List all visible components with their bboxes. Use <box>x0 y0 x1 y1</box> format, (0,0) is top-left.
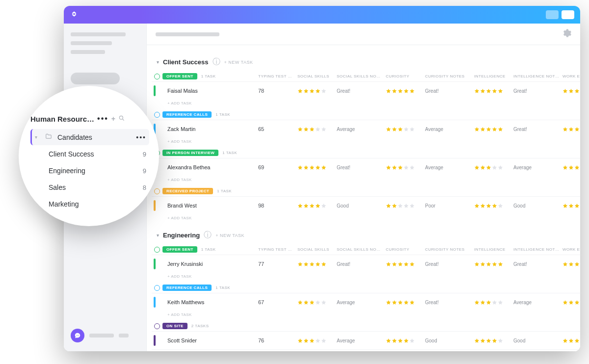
rating-stars <box>297 165 337 170</box>
table-row[interactable]: Brandi West 98 Good Poor Good Avera <box>152 196 580 214</box>
table-row[interactable]: Alex Yurkowski 98 Good Good Good Avera <box>152 349 580 351</box>
status-chip[interactable]: REFERENCE CALLS <box>162 111 212 118</box>
candidate-name: Alexandra Bethea <box>162 164 258 170</box>
search-pill[interactable] <box>71 73 120 84</box>
table-row[interactable]: Jerry Krusinski 77 Great! Great! Great! … <box>152 255 580 273</box>
chevron-down-icon: ▾ <box>35 134 40 140</box>
table-row[interactable]: Faisal Malas 78 Great! Great! Great! Gre… <box>152 81 580 100</box>
svg-point-1 <box>77 335 78 336</box>
status-circle-icon[interactable] <box>154 247 160 253</box>
rating-stars <box>562 261 580 267</box>
note-cell: Average <box>337 338 386 343</box>
note-cell: Average <box>425 127 474 132</box>
task-count: 1 TASK <box>215 112 230 117</box>
note-cell: Great! <box>425 88 474 94</box>
status-bar <box>154 259 156 269</box>
column-header: SOCIAL SKILLS NOTES <box>337 74 386 78</box>
wpm-cell: 78 <box>258 88 297 94</box>
new-task-button[interactable]: + NEW TASK <box>215 233 244 238</box>
sidebar-subitem[interactable]: Sales8 <box>30 180 149 195</box>
status-bar <box>154 335 156 346</box>
list-scroll[interactable]: ▾ Client Success ⓘ + NEW TASK OFFER SENT… <box>147 45 580 351</box>
rating-stars <box>562 88 580 94</box>
table-row[interactable]: Scott Snider 76 Average Good Good Avera <box>152 331 580 349</box>
sidebar-subitem[interactable]: Client Success9 <box>30 146 149 162</box>
note-cell: Good <box>513 338 562 343</box>
gear-icon[interactable] <box>562 29 571 40</box>
search-icon[interactable] <box>118 115 125 123</box>
status-circle-icon[interactable] <box>154 74 160 79</box>
status-circle-icon[interactable] <box>154 285 160 291</box>
status-circle-icon[interactable] <box>154 112 160 118</box>
new-task-button[interactable]: + NEW TASK <box>224 60 253 65</box>
note-cell: Good <box>513 203 562 208</box>
rating-stars <box>562 203 580 208</box>
window-control[interactable] <box>562 10 574 19</box>
column-headers: OFFER SENT1 TASKTYPING TEST WPMSOCIAL SK… <box>152 244 580 255</box>
chevron-down-icon[interactable]: ▾ <box>157 233 159 238</box>
status-circle-icon[interactable] <box>154 323 160 329</box>
status-chip[interactable]: RECEIVED PROJECT <box>162 188 213 194</box>
section-header: IN PERSON INTERVIEW1 TASK <box>152 148 580 158</box>
candidate-name: Faisal Malas <box>162 88 258 94</box>
content-header <box>147 24 580 45</box>
add-task-row[interactable]: + ADD TASK <box>152 138 580 148</box>
sidebar-item-label: Marketing <box>49 200 79 208</box>
wpm-cell: 77 <box>258 261 297 267</box>
popup-header: Human Resourc… ••• + <box>30 114 149 123</box>
chat-icon[interactable] <box>71 329 84 342</box>
titlebar <box>64 6 580 24</box>
status-circle-icon[interactable] <box>154 188 160 194</box>
add-task-row[interactable]: + ADD TASK <box>152 273 580 283</box>
rating-stars <box>386 338 425 343</box>
status-chip[interactable]: OFFER SENT <box>162 246 197 253</box>
column-header: CURIOSITY NOTES <box>425 247 474 252</box>
table-row[interactable]: Keith Matthews 67 Average Great! Average… <box>152 293 580 311</box>
note-cell: Great! <box>337 261 386 267</box>
plus-icon[interactable]: + <box>111 115 115 123</box>
wpm-cell: 98 <box>258 203 297 208</box>
note-cell: Great! <box>513 127 562 132</box>
sidebar-subitem[interactable]: Marketing9 <box>30 196 149 212</box>
rating-stars <box>386 88 425 94</box>
status-bar <box>154 85 156 96</box>
sidebar-item-candidates[interactable]: ▾ Candidates ••• <box>30 129 149 145</box>
placeholder <box>71 50 105 54</box>
rating-stars <box>562 300 580 305</box>
column-header: SOCIAL SKILLS <box>297 74 337 78</box>
sidebar-item-label: Sales <box>49 183 66 191</box>
sidebar-subitem[interactable]: Engineering9 <box>30 163 149 179</box>
folder-icon <box>45 133 53 141</box>
rating-stars <box>562 127 580 132</box>
more-icon[interactable]: ••• <box>97 114 108 123</box>
add-task-row[interactable]: + ADD TASK <box>152 100 580 109</box>
rating-stars <box>474 127 513 132</box>
column-header: WORK ETHIC <box>562 247 580 252</box>
more-icon[interactable]: ••• <box>136 133 146 141</box>
status-chip[interactable]: REFERENCE CALLS <box>162 285 212 291</box>
group-header: ▾ Client Success ⓘ + NEW TASK <box>152 51 580 71</box>
rating-stars <box>562 165 580 170</box>
group-title: Engineering <box>163 232 200 239</box>
status-chip[interactable]: OFFER SENT <box>162 73 197 79</box>
svg-point-2 <box>78 335 79 336</box>
note-cell: Average <box>337 127 386 132</box>
rating-stars <box>297 88 337 94</box>
add-task-row[interactable]: + ADD TASK <box>152 311 580 321</box>
add-task-row[interactable]: + ADD TASK <box>152 176 580 186</box>
column-header: SOCIAL SKILLS <box>297 247 337 252</box>
note-cell: Great! <box>513 261 562 267</box>
table-row[interactable]: Zack Martin 65 Average Average Great! Go… <box>152 120 580 138</box>
column-header: WORK ETHIC <box>562 74 580 78</box>
table-row[interactable]: Alexandra Bethea 69 Great! Average Avera… <box>152 158 580 176</box>
column-header: INTELLIGENCE <box>474 247 513 252</box>
chevron-down-icon[interactable]: ▾ <box>157 59 159 65</box>
status-chip[interactable]: IN PERSON INTERVIEW <box>162 150 218 156</box>
space-title: Human Resourc… <box>30 115 94 123</box>
rating-stars <box>297 338 337 343</box>
window-control[interactable] <box>546 10 559 19</box>
add-task-row[interactable]: + ADD TASK <box>152 214 580 224</box>
status-chip[interactable]: ON SITE <box>162 323 187 329</box>
column-header: INTELLIGENCE NOTES <box>513 74 562 78</box>
note-cell: Good <box>337 203 386 208</box>
